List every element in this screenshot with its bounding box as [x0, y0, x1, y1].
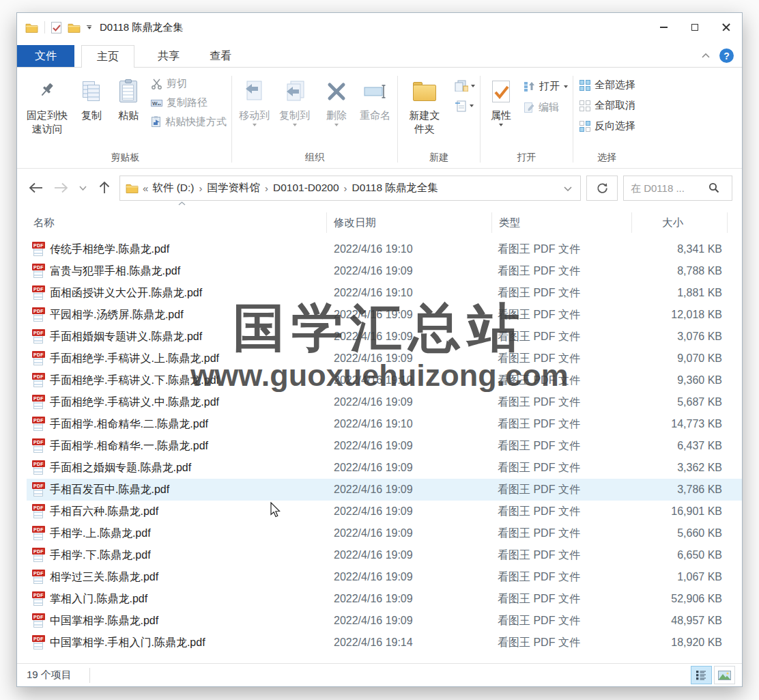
help-button[interactable]: ? — [719, 48, 734, 63]
column-header-type[interactable]: 类型 — [492, 212, 632, 233]
copy-path-button[interactable]: W 复制路径 — [151, 96, 227, 109]
properties-button[interactable]: 属性 — [483, 73, 519, 128]
file-name: 面相函授讲义大公开.陈鼎龙.pdf — [50, 286, 202, 300]
details-view-button[interactable] — [691, 666, 712, 684]
file-row[interactable]: PDF 手相学.下.陈鼎龙.pdf 2022/4/16 19:09 看图王 PD… — [27, 544, 742, 566]
file-date: 2022/4/16 19:09 — [327, 440, 492, 452]
new-item-button[interactable] — [455, 80, 475, 92]
tab-home[interactable]: 主页 — [81, 45, 134, 68]
file-row[interactable]: PDF 手相学.上.陈鼎龙.pdf 2022/4/16 19:09 看图王 PD… — [27, 522, 742, 544]
file-name: 手面相学.相命精华.一.陈鼎龙.pdf — [50, 439, 208, 453]
group-label-clipboard: 剪贴板 — [21, 150, 229, 168]
window-title: D0118 陈鼎龙全集 — [100, 21, 183, 34]
file-name: 手相学.下.陈鼎龙.pdf — [50, 548, 151, 563]
open-button[interactable]: 打开 — [524, 80, 568, 93]
file-row[interactable]: PDF 手面相学.相命精华.二.陈鼎龙.pdf 2022/4/16 19:10 … — [27, 413, 742, 435]
easy-access-button[interactable] — [455, 100, 475, 112]
file-row[interactable]: PDF 手面相绝学.手稿讲义.下.陈鼎龙.pdf 2022/4/16 19:10… — [27, 369, 742, 391]
delete-button[interactable]: 删除 — [318, 73, 355, 128]
breadcrumb-overflow-icon[interactable]: « — [143, 182, 148, 194]
copy-to-button[interactable]: 复制到 — [274, 73, 315, 128]
delete-icon — [326, 81, 347, 102]
file-name: 中国掌相学.手相入门.陈鼎龙.pdf — [50, 636, 205, 650]
rename-button[interactable]: 重命名 — [355, 73, 395, 124]
search-input[interactable] — [629, 182, 706, 195]
thumbnail-view-icon — [718, 671, 731, 680]
file-row[interactable]: PDF 平园相学.汤绣屏.陈鼎龙.pdf 2022/4/16 19:09 看图王… — [27, 304, 742, 326]
tab-share[interactable]: 共享 — [143, 45, 195, 67]
minimize-button[interactable] — [648, 13, 679, 42]
select-all-button[interactable]: 全部选择 — [579, 79, 635, 92]
recent-locations-button[interactable] — [76, 186, 89, 191]
file-row[interactable]: PDF 富贵与犯罪手相.陈鼎龙.pdf 2022/4/16 19:09 看图王 … — [27, 260, 742, 282]
select-none-button[interactable]: 全部取消 — [579, 99, 635, 112]
file-name: 中国掌相学.陈鼎龙.pdf — [50, 614, 158, 628]
forward-button[interactable] — [51, 182, 70, 193]
file-row[interactable]: PDF 相学过三关.陈鼎龙.pdf 2022/4/16 19:09 看图王 PD… — [27, 566, 742, 588]
address-bar[interactable]: « 软件 (D:)›国学资料馆›D0101-D0200›D0118 陈鼎龙全集 — [119, 176, 581, 201]
file-name: 手面相之婚姻专题.陈鼎龙.pdf — [50, 461, 191, 475]
file-row[interactable]: PDF 面相函授讲义大公开.陈鼎龙.pdf 2022/4/16 19:10 看图… — [27, 282, 742, 304]
tab-file[interactable]: 文件 — [17, 45, 74, 67]
breadcrumb-item[interactable]: D0118 陈鼎龙全集 — [352, 181, 438, 195]
search-icon[interactable] — [708, 182, 719, 193]
folder-icon[interactable] — [25, 23, 38, 33]
search-box — [623, 176, 732, 201]
invert-selection-button[interactable]: 反向选择 — [579, 120, 635, 132]
file-size: 1,067 KB — [632, 571, 728, 583]
edit-button[interactable]: 编辑 — [524, 101, 568, 114]
file-type: 看图王 PDF 文件 — [492, 374, 632, 388]
file-row[interactable]: PDF 中国掌相学.手相入门.陈鼎龙.pdf 2022/4/16 19:14 看… — [27, 632, 742, 654]
file-size: 8,788 KB — [632, 265, 728, 277]
file-size: 18,920 KB — [632, 636, 728, 649]
collapse-ribbon-icon[interactable] — [702, 53, 710, 58]
file-row[interactable]: PDF 手面相学.相命精华.一.陈鼎龙.pdf 2022/4/16 19:09 … — [27, 435, 742, 457]
file-row[interactable]: PDF 手相百发百中.陈鼎龙.pdf 2022/4/16 19:09 看图王 P… — [27, 479, 742, 501]
tab-view[interactable]: 查看 — [195, 45, 246, 67]
open-dropdown-icon — [564, 85, 568, 88]
cut-button[interactable]: 剪切 — [151, 77, 227, 90]
select-all-icon — [579, 80, 590, 91]
properties-quick-icon[interactable] — [51, 22, 61, 33]
file-size: 9,360 KB — [632, 374, 728, 387]
breadcrumb-item[interactable]: D0101-D0200 — [273, 182, 339, 194]
back-button[interactable] — [27, 182, 46, 193]
file-row[interactable]: PDF 手面相之婚姻专题.陈鼎龙.pdf 2022/4/16 19:09 看图王… — [27, 457, 742, 479]
new-folder-quick-icon[interactable] — [68, 23, 81, 33]
file-row[interactable]: PDF 手相百六种.陈鼎龙.pdf 2022/4/16 19:09 看图王 PD… — [27, 501, 742, 522]
column-header-date[interactable]: 修改日期 — [327, 212, 492, 233]
file-date: 2022/4/16 19:09 — [327, 462, 492, 474]
pin-to-quick-access-button[interactable]: 固定到快​速访问 — [21, 73, 73, 137]
breadcrumb-item[interactable]: 国学资料馆 — [207, 181, 260, 195]
file-row[interactable]: PDF 掌相入门.陈鼎龙.pdf 2022/4/16 19:09 看图王 PDF… — [27, 588, 742, 610]
file-row[interactable]: PDF 中国掌相学.陈鼎龙.pdf 2022/4/16 19:09 看图王 PD… — [27, 610, 742, 632]
move-to-button[interactable]: 移动到 — [234, 73, 274, 128]
file-row[interactable]: PDF 手面相绝学.手稿讲义.上.陈鼎龙.pdf 2022/4/16 19:09… — [27, 348, 742, 369]
column-header-name[interactable]: 名称 — [27, 212, 327, 233]
new-folder-button[interactable]: 新建文件夹 — [400, 73, 449, 137]
file-row[interactable]: PDF 传统手相绝学.陈鼎龙.pdf 2022/4/16 19:10 看图王 P… — [27, 238, 742, 260]
address-dropdown-button[interactable] — [557, 182, 579, 194]
file-name: 平园相学.汤绣屏.陈鼎龙.pdf — [50, 308, 184, 322]
thumbnail-view-button[interactable] — [714, 666, 735, 684]
column-header-size[interactable]: 大小 — [632, 212, 728, 233]
close-button[interactable] — [711, 13, 742, 42]
refresh-button[interactable] — [586, 176, 618, 201]
file-row[interactable]: PDF 手面相绝学.手稿讲义.中.陈鼎龙.pdf 2022/4/16 19:09… — [27, 391, 742, 413]
up-button[interactable] — [95, 181, 114, 195]
copy-button[interactable]: 复制 — [73, 73, 110, 124]
file-date: 2022/4/16 19:09 — [327, 352, 492, 365]
paste-shortcut-button[interactable]: 粘贴快捷方式 — [151, 115, 227, 128]
pdf-file-icon: PDF — [32, 548, 44, 563]
file-type: 看图王 PDF 文件 — [492, 461, 632, 475]
pin-icon — [38, 82, 56, 101]
breadcrumb-item[interactable]: 软件 (D:) — [152, 181, 194, 195]
open-icon — [524, 81, 535, 92]
divider — [89, 668, 90, 683]
maximize-button[interactable] — [679, 13, 711, 42]
rename-icon — [364, 83, 387, 100]
paste-button[interactable]: 粘贴 — [110, 73, 147, 124]
file-size: 3,076 KB — [632, 331, 728, 343]
file-row[interactable]: PDF 手面相婚姻专题讲义.陈鼎龙.pdf 2022/4/16 19:09 看图… — [27, 326, 742, 348]
customize-toolbar-icon[interactable] — [87, 25, 91, 29]
